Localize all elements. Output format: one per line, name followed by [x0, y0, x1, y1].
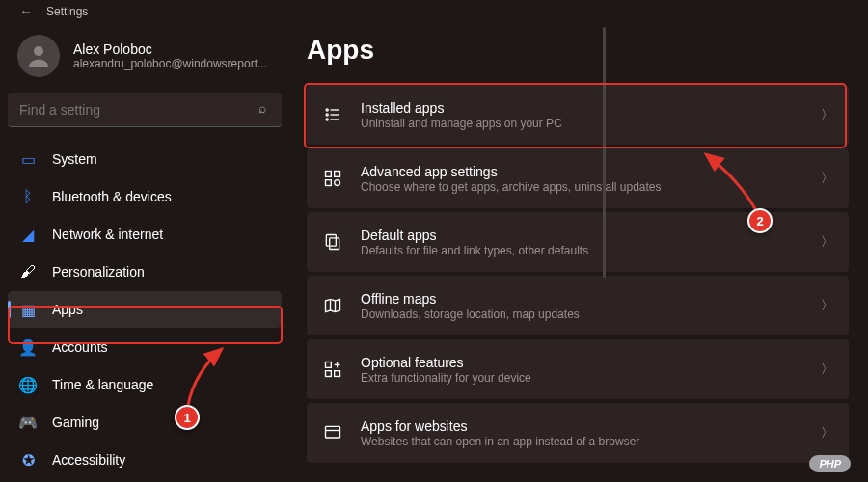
annotation-badge-1: 1: [175, 405, 200, 430]
apps-icon: ▦: [19, 301, 37, 318]
header-title: Settings: [46, 5, 88, 18]
sidebar-item-personalization[interactable]: 🖌 Personalization: [8, 254, 282, 290]
wifi-icon: ◢: [19, 226, 37, 243]
sidebar-item-label: Accounts: [52, 339, 108, 355]
plus-grid-icon: [322, 359, 343, 380]
globe-icon: 🌐: [19, 376, 37, 393]
gamepad-icon: 🎮: [19, 414, 37, 431]
bluetooth-icon: ᛒ: [19, 188, 37, 205]
card-optional-features[interactable]: Optional features Extra functionality fo…: [307, 339, 849, 399]
svg-rect-11: [326, 235, 336, 247]
chevron-right-icon: 〉: [821, 170, 833, 187]
svg-rect-9: [326, 180, 332, 186]
svg-point-3: [326, 114, 328, 116]
back-icon[interactable]: ←: [19, 4, 33, 19]
sidebar-item-label: Gaming: [52, 415, 99, 430]
sidebar-item-label: Accessibility: [52, 452, 125, 468]
svg-rect-8: [335, 172, 340, 177]
svg-rect-12: [330, 238, 339, 250]
sidebar-item-label: Network & internet: [52, 227, 163, 242]
chevron-right-icon: 〉: [821, 424, 833, 442]
main: Apps Installed apps Uninstall and manage…: [289, 19, 868, 482]
watermark-badge: PHP: [809, 455, 851, 472]
svg-point-10: [335, 180, 340, 186]
card-title: Offline maps: [361, 291, 803, 307]
sidebar-item-label: Apps: [52, 302, 83, 317]
card-title: Optional features: [361, 355, 803, 370]
website-icon: [322, 422, 343, 443]
svg-rect-20: [326, 426, 340, 438]
chevron-right-icon: 〉: [821, 361, 833, 378]
card-offline-maps[interactable]: Offline maps Downloads, storage location…: [307, 276, 849, 335]
sidebar-item-network[interactable]: ◢ Network & internet: [8, 216, 282, 253]
sidebar-item-accessibility[interactable]: ✪ Accessibility: [8, 442, 282, 478]
list-icon: [322, 104, 343, 125]
display-icon: ▭: [19, 150, 37, 168]
chevron-right-icon: 〉: [821, 106, 833, 123]
svg-rect-16: [326, 371, 332, 377]
profile[interactable]: Alex Poloboc alexandru_poloboc@windowsre…: [8, 29, 282, 87]
person-icon: 👤: [19, 338, 37, 356]
accessibility-icon: ✪: [19, 451, 37, 469]
apps-gear-icon: [322, 168, 343, 189]
brush-icon: 🖌: [19, 263, 37, 281]
annotation-badge-2: 2: [747, 208, 773, 233]
card-apps-websites[interactable]: Apps for websites Websites that can open…: [307, 403, 849, 463]
card-title: Installed apps: [361, 100, 803, 116]
sidebar-item-label: Bluetooth & devices: [52, 189, 172, 204]
card-subtitle: Uninstall and manage apps on your PC: [361, 117, 803, 130]
search-icon: ⌕: [258, 100, 266, 116]
card-subtitle: Websites that can open in an app instead…: [361, 435, 803, 448]
card-subtitle: Choose where to get apps, archive apps, …: [361, 180, 803, 194]
card-title: Advanced app settings: [361, 164, 803, 179]
card-title: Default apps: [361, 228, 803, 243]
sidebar-item-gaming[interactable]: 🎮 Gaming: [8, 404, 282, 441]
card-title: Apps for websites: [361, 418, 803, 434]
svg-point-1: [326, 109, 328, 111]
sidebar-item-label: Time & language: [52, 377, 153, 392]
sidebar-item-apps[interactable]: ▦ Apps: [8, 291, 282, 328]
card-subtitle: Downloads, storage location, map updates: [361, 308, 803, 321]
sidebar-item-bluetooth[interactable]: ᛒ Bluetooth & devices: [8, 178, 282, 215]
page-title: Apps: [307, 35, 849, 66]
card-advanced[interactable]: Advanced app settings Choose where to ge…: [307, 148, 849, 208]
nav: ▭ System ᛒ Bluetooth & devices ◢ Network…: [8, 141, 282, 478]
svg-rect-7: [326, 172, 332, 177]
card-installed-apps[interactable]: Installed apps Uninstall and manage apps…: [307, 85, 849, 145]
profile-name: Alex Poloboc: [73, 41, 267, 57]
sidebar-item-label: Personalization: [52, 264, 145, 280]
sidebar-item-label: System: [52, 151, 97, 167]
profile-email: alexandru_poloboc@windowsreport...: [73, 57, 267, 70]
svg-point-5: [326, 119, 328, 120]
chevron-right-icon: 〉: [821, 233, 833, 251]
avatar: [17, 35, 60, 77]
sidebar-scrollbar[interactable]: [603, 27, 606, 451]
map-icon: [322, 295, 343, 316]
sidebar-item-system[interactable]: ▭ System: [8, 141, 282, 177]
svg-rect-15: [326, 362, 332, 368]
card-subtitle: Extra functionality for your device: [361, 371, 803, 385]
svg-point-0: [34, 46, 43, 56]
chevron-right-icon: 〉: [821, 297, 833, 314]
sidebar-item-time[interactable]: 🌐 Time & language: [8, 366, 282, 403]
card-subtitle: Defaults for file and link types, other …: [361, 244, 803, 257]
svg-rect-17: [335, 371, 340, 377]
sidebar: Alex Poloboc alexandru_poloboc@windowsre…: [0, 19, 289, 482]
search-input[interactable]: [8, 93, 282, 127]
sidebar-item-accounts[interactable]: 👤 Accounts: [8, 329, 282, 365]
default-apps-icon: [322, 231, 343, 253]
